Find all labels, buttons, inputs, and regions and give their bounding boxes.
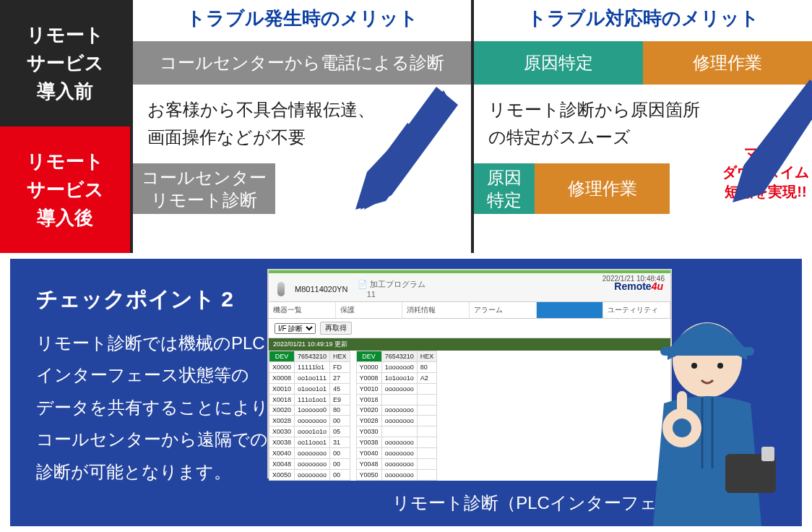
col2-after-cell-a: 原因特定: [474, 163, 535, 214]
table-row: X0018111o1oo1E9: [269, 394, 350, 405]
app-tab[interactable]: 機器一覧: [269, 302, 336, 318]
table-row: X0048oooooooo00: [269, 459, 350, 470]
table-row: Y0018: [356, 394, 437, 405]
machine-id: M80114020YN: [295, 285, 347, 293]
plc-tables: DEV76543210HEXX000011111lo1FDX0008oo1oo1…: [269, 351, 670, 481]
label-before: リモートサービス導入前: [0, 0, 130, 126]
app-tab[interactable]: アラーム: [470, 302, 537, 318]
app-tabs: 機器一覧保護消耗情報アラーム ユーティリティ: [269, 301, 670, 319]
table-row: Y0038oooooooo: [356, 437, 437, 448]
phase-labels: リモートサービス導入前 リモートサービス導入後: [0, 0, 130, 253]
label-after: リモートサービス導入後: [0, 126, 130, 253]
table-row: Y0030: [356, 426, 437, 437]
svg-rect-5: [660, 347, 754, 356]
table-row: Y0040oooooooo: [356, 448, 437, 459]
checkpoint-panel: チェックポイント 2 リモート診断では機械のPLCインターフェース状態等のデータ…: [10, 259, 802, 526]
app-toolbar: I/F 診断 再取得: [269, 319, 670, 338]
col2-before-bar: 原因特定 修理作業: [474, 41, 812, 85]
merit-columns: トラブル発生時のメリット コールセンターから電話による診断 お客様から不具合情報…: [130, 0, 812, 253]
plc-table-left: DEV76543210HEXX000011111lo1FDX0008oo1oo1…: [269, 351, 350, 481]
table-row: X0050oooooooo00: [269, 469, 350, 480]
program-block: 📄 加工プログラム 11: [358, 279, 426, 299]
table-row: X0010o1ooo1o145: [269, 383, 350, 394]
app-tab[interactable]: 消耗情報: [402, 302, 470, 318]
plc-app-screenshot: 2022/1/21 10:48:46 Remote4u M80114020YN …: [267, 269, 672, 479]
table-row: X0038oo11ooo131: [269, 437, 350, 448]
table-row: X0030oooo1o1o05: [269, 426, 350, 437]
col-occurrence: トラブル発生時のメリット コールセンターから電話による診断 お客様から不具合情報…: [130, 0, 471, 253]
table-row: X0040oooooooo00: [269, 448, 350, 459]
col2-after-bar: 原因特定 修理作業 マシンダウンタイム短縮を実現!!: [474, 163, 812, 214]
app-status-bar: 2022/01/21 10:49:19 更新: [269, 338, 670, 351]
comparison-diagram: リモートサービス導入前 リモートサービス導入後 トラブル発生時のメリット コール…: [0, 0, 812, 253]
diagnosis-select[interactable]: I/F 診断: [275, 323, 316, 334]
status-light-icon: [277, 282, 285, 296]
col1-before-cell: コールセンターから電話による診断: [133, 41, 471, 85]
table-row: Y00081o1ooo1oA2: [356, 372, 437, 383]
table-row: Y0050oooooooo: [356, 469, 437, 480]
svg-rect-9: [761, 447, 774, 461]
col-response: トラブル対応時のメリット 原因特定 修理作業 リモート診断から原因箇所の特定がス…: [471, 0, 812, 253]
col1-desc: お客様から不具合情報伝達、画面操作などが不要: [133, 85, 471, 163]
refresh-button[interactable]: 再取得: [320, 322, 352, 335]
col2-before-cell-b: 修理作業: [643, 41, 812, 85]
table-row: Y0048oooooooo: [356, 459, 437, 470]
table-row: X000011111lo1FD: [269, 361, 350, 372]
col1-after-bar: コールセンターリモート診断: [133, 163, 471, 214]
col2-before-cell-a: 原因特定: [474, 41, 643, 85]
plc-table-right: DEV76543210HEXY00001oooooo080Y00081o1ooo…: [356, 351, 438, 481]
downtime-callout: マシンダウンタイム短縮を実現!!: [722, 143, 809, 202]
table-row: X0008oo1oo11127: [269, 372, 350, 383]
app-tab[interactable]: [537, 302, 604, 318]
col1-before-bar: コールセンターから電話による診断: [133, 41, 471, 85]
app-logo: Remote4u: [614, 280, 663, 292]
col2-header: トラブル対応時のメリット: [474, 0, 812, 41]
table-row: X00201oooooo080: [269, 405, 350, 416]
col2-after-cell-b: 修理作業: [535, 163, 670, 214]
svg-point-7: [717, 363, 723, 369]
col1-header: トラブル発生時のメリット: [133, 0, 471, 41]
table-row: X0028oooooooo00: [269, 416, 350, 426]
table-row: Y0010oooooooo: [356, 383, 437, 394]
table-row: Y00001oooooo080: [356, 361, 437, 372]
app-tab[interactable]: 保護: [336, 302, 403, 318]
col1-after-cell: コールセンターリモート診断: [133, 163, 275, 214]
table-row: Y0028oooooooo: [356, 416, 437, 426]
svg-point-6: [691, 363, 697, 369]
worker-illustration: [617, 302, 798, 526]
table-row: Y0020oooooooo: [356, 405, 437, 416]
